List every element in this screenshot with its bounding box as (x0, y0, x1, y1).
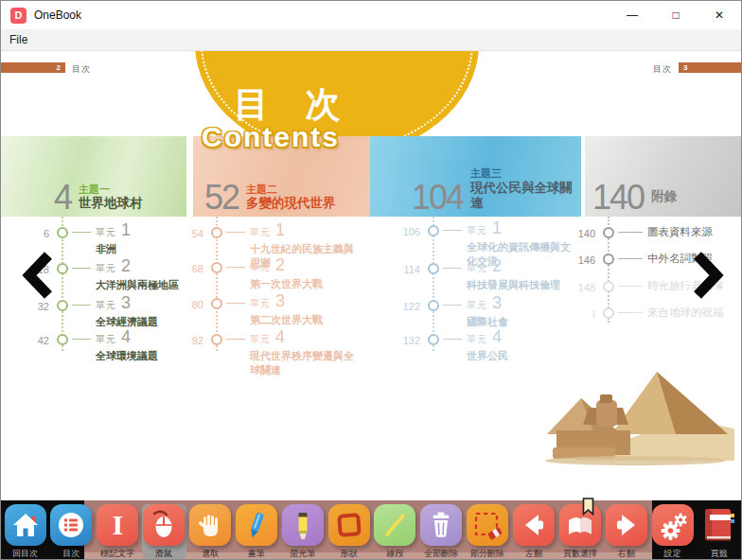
toc-entry[interactable]: 80 單元3 第二次世界大戰 (171, 294, 363, 327)
unit-title: 第一次世界大戰 (250, 277, 363, 291)
toc-entry[interactable]: 122 單元3 國際社會 (388, 296, 580, 329)
unit-number: 4 (121, 328, 131, 345)
unit-label: 單元 (96, 299, 116, 312)
unit-number: 1 (275, 221, 285, 238)
section-name: 現代公民與全球關連 (470, 181, 581, 211)
unit-dot (57, 227, 68, 238)
page-previous-arrow[interactable] (20, 252, 54, 299)
unit-page: 114 (388, 259, 420, 275)
unit-number: 4 (492, 328, 502, 345)
unit-number: 3 (121, 294, 131, 311)
window-title: OneBook (34, 9, 81, 22)
home-icon (5, 504, 46, 546)
unit-label: 單元 (250, 226, 271, 239)
unit-dash (618, 286, 643, 287)
section-theme: 主題三 (470, 167, 581, 180)
tool-label: 頁數選擇 (563, 548, 597, 560)
unit-page: 132 (388, 330, 420, 346)
unit-page: 68 (171, 258, 203, 274)
unit-title: 世界公民 (467, 349, 580, 363)
toc-entry[interactable]: 140 圖表資料來源 (563, 223, 713, 239)
unit-label: 單元 (250, 333, 271, 346)
bottom-toolbar: 回目次 目次 I 標記文字 (1, 500, 742, 559)
onebook-window: D OneBook — □ ✕ File 2 目次 目次 3 目 次 Conte… (0, 0, 742, 560)
tool-line[interactable]: 線段 (373, 504, 417, 559)
section-name: 世界地球村 (79, 196, 143, 211)
gear-icon (652, 504, 694, 546)
arrow-right-icon (606, 504, 647, 546)
tool-back-to-toc[interactable]: 回目次 (3, 504, 47, 559)
unit-label: 單元 (96, 262, 116, 275)
tool-flip-left[interactable]: 左翻 (511, 504, 556, 559)
unit-number: 2 (121, 257, 131, 274)
toc-entry[interactable]: 68 單元2 第一次世界大戰 (171, 258, 363, 291)
tool-mouse[interactable]: 滑鼠 (142, 504, 186, 559)
maximize-button[interactable]: □ (654, 1, 698, 29)
section-name: 附錄 (651, 189, 677, 204)
tool-label: 形狀 (341, 548, 358, 560)
section-page-number: 52 (204, 184, 238, 212)
tool-select[interactable]: 選取 (187, 504, 232, 559)
mouse-icon (143, 504, 185, 546)
book-page: 2 目次 目次 3 目 次 Contents 4 主題一 世界地球村 52 主題… (1, 51, 742, 502)
shape-icon (328, 504, 370, 546)
close-button[interactable]: ✕ (698, 1, 741, 29)
unit-page: 122 (388, 296, 420, 312)
tool-label: 選取 (202, 548, 219, 560)
unit-label: 單元 (467, 224, 487, 237)
section-banner-1[interactable]: 4 主題一 世界地球村 (1, 136, 186, 217)
menu-file[interactable]: File (1, 33, 36, 46)
unit-dot (428, 263, 439, 274)
toc-entry[interactable]: 146 中外名詞對照 (563, 250, 713, 266)
tool-toc[interactable]: 目次 (49, 504, 94, 559)
tool-pen[interactable]: 畫筆 (234, 504, 278, 559)
unit-number: 4 (275, 328, 285, 345)
unit-number: 3 (275, 292, 285, 309)
toc-entry[interactable]: 92 單元4 現代世界秩序變遷與全球關連 (171, 330, 363, 377)
unit-dot (211, 227, 222, 238)
unit-label: 單元 (250, 297, 271, 310)
left-corner-label: 目次 (72, 63, 91, 76)
toc-entry[interactable]: 114 單元2 科技發展與科技倫理 (388, 259, 580, 292)
page-title-english: Contents (202, 121, 340, 153)
tool-page-picker[interactable]: 頁數選擇 (557, 504, 602, 559)
book-tab-icon (698, 504, 739, 546)
unit-page: 6 (17, 223, 49, 239)
section-theme: 主題二 (246, 184, 336, 196)
toc-entry[interactable]: I 來自地球的祝福 (563, 304, 724, 320)
unit-page: 80 (171, 294, 203, 310)
tool-partial-delete[interactable]: 部分刪除 (466, 504, 510, 559)
unit-dash (618, 312, 643, 313)
tool-label: 設定 (664, 548, 681, 560)
right-page-number: 3 (683, 63, 687, 72)
unit-dash (443, 305, 462, 306)
section-banner-appendix[interactable]: 140 附錄 (585, 136, 742, 217)
tool-label: 全部刪除 (424, 548, 458, 560)
left-page-number: 2 (57, 63, 61, 72)
unit-label: 單元 (250, 261, 271, 274)
unit-page: 106 (388, 221, 420, 237)
tool-settings[interactable]: 設定 (650, 504, 695, 559)
tool-page-tabs[interactable]: 頁籤 (697, 504, 741, 559)
section-theme: 主題一 (79, 184, 143, 196)
unit-dash (443, 230, 462, 231)
unit-page: 92 (171, 330, 203, 346)
tool-shape[interactable]: 形狀 (327, 504, 371, 559)
highlighter-icon (282, 504, 324, 546)
tool-mark-text[interactable]: I 標記文字 (96, 504, 140, 559)
page-next-arrow[interactable] (692, 252, 726, 299)
unit-label: 單元 (467, 262, 487, 275)
tool-label: 滑鼠 (155, 548, 172, 560)
unit-dot (57, 300, 68, 311)
unit-dot (603, 281, 614, 292)
tool-delete-all[interactable]: 全部刪除 (419, 504, 464, 559)
tool-flip-right[interactable]: 右翻 (604, 504, 648, 559)
unit-dot (57, 263, 68, 274)
unit-dot (211, 334, 222, 345)
tool-highlighter[interactable]: 螢光筆 (280, 504, 325, 559)
minimize-button[interactable]: — (610, 1, 654, 29)
toc-entry[interactable]: 132 單元4 世界公民 (388, 330, 580, 363)
section-banner-3[interactable]: 104 主題三 現代公民與全球關連 (370, 136, 581, 217)
tool-label: 頁籤 (710, 548, 727, 560)
unit-dash (72, 305, 91, 306)
